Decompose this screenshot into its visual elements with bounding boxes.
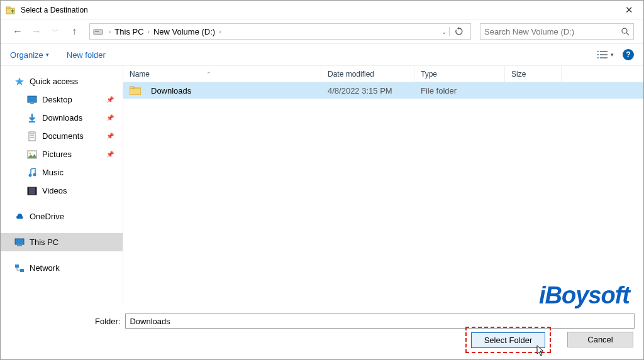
pin-icon: 📌 — [106, 151, 114, 158]
organize-button[interactable]: Organize▾ — [10, 50, 49, 60]
col-size[interactable]: Size — [505, 66, 562, 82]
breadcrumb[interactable]: › This PC › New Volume (D:) › ⌄ — [89, 23, 471, 40]
svg-rect-31 — [130, 88, 141, 95]
cursor-icon — [536, 345, 545, 356]
watermark: iBoysoft — [539, 282, 630, 309]
pin-icon: 📌 — [106, 114, 114, 121]
sidebar-item-videos[interactable]: Videos — [1, 182, 123, 200]
pictures-icon — [27, 150, 37, 160]
svg-rect-3 — [95, 31, 99, 32]
col-name[interactable]: Name⌃ — [123, 66, 321, 82]
recent-dropdown[interactable]: ﹀ — [48, 24, 63, 39]
svg-rect-27 — [15, 239, 24, 244]
cloud-icon — [14, 212, 25, 222]
svg-point-20 — [30, 152, 31, 154]
network-icon — [14, 263, 25, 273]
pc-icon — [14, 237, 25, 248]
svg-rect-15 — [29, 132, 35, 141]
download-icon — [27, 113, 37, 123]
sidebar: Quick access Desktop 📌 Downloads 📌 Docum… — [1, 66, 123, 305]
close-button[interactable]: ✕ — [615, 1, 643, 19]
svg-rect-28 — [17, 245, 22, 246]
svg-rect-14 — [29, 121, 35, 123]
chevron-right-icon: › — [109, 28, 111, 35]
svg-rect-30 — [20, 269, 24, 272]
cancel-button[interactable]: Cancel — [567, 332, 633, 347]
sidebar-item-downloads[interactable]: Downloads 📌 — [1, 109, 123, 127]
file-date: 4/8/2022 3:15 PM — [321, 86, 414, 95]
up-button[interactable]: ↑ — [67, 24, 82, 39]
refresh-button[interactable] — [449, 27, 468, 36]
main-area: Quick access Desktop 📌 Downloads 📌 Docum… — [1, 66, 643, 305]
svg-rect-32 — [130, 87, 134, 89]
col-date[interactable]: Date modified — [321, 66, 414, 82]
sidebar-item-music[interactable]: Music — [1, 163, 123, 182]
folder-up-icon — [6, 5, 16, 15]
sidebar-item-desktop[interactable]: Desktop 📌 — [1, 90, 123, 109]
star-icon — [14, 77, 25, 87]
document-icon — [27, 131, 37, 141]
search-box[interactable] — [480, 23, 634, 40]
svg-point-4 — [622, 28, 627, 33]
view-button[interactable]: ▾ — [597, 50, 614, 59]
file-type: File folder — [414, 86, 505, 95]
svg-rect-24 — [28, 187, 36, 195]
sidebar-item-documents[interactable]: Documents 📌 — [1, 127, 123, 145]
svg-rect-13 — [30, 103, 34, 104]
pin-icon: 📌 — [106, 96, 114, 103]
toolbar: Organize▾ New folder ▾ ? — [1, 43, 643, 66]
sidebar-item-thispc[interactable]: This PC — [1, 233, 123, 251]
svg-rect-26 — [35, 187, 36, 195]
file-name: Downloads — [145, 86, 321, 95]
music-icon — [27, 168, 37, 178]
folder-input[interactable] — [125, 314, 635, 329]
col-type[interactable]: Type — [414, 66, 505, 82]
titlebar: Select a Destination ✕ — [1, 1, 643, 19]
column-headers: Name⌃ Date modified Type Size — [123, 66, 643, 82]
search-input[interactable] — [484, 27, 621, 36]
forward-button[interactable]: → — [29, 24, 44, 39]
svg-rect-6 — [597, 51, 599, 52]
sidebar-item-quickaccess[interactable]: Quick access — [1, 72, 123, 90]
drive-icon — [92, 26, 104, 37]
svg-rect-1 — [6, 7, 10, 9]
sidebar-item-network[interactable]: Network — [1, 259, 123, 277]
chevron-right-icon: › — [148, 28, 150, 35]
file-list: Name⌃ Date modified Type Size Downloads … — [123, 66, 643, 305]
folder-label: Folder: — [95, 317, 120, 326]
list-item[interactable]: Downloads 4/8/2022 3:15 PM File folder — [123, 82, 643, 99]
back-button[interactable]: ← — [10, 24, 25, 39]
help-button[interactable]: ? — [623, 49, 634, 60]
window-title: Select a Destination — [21, 6, 615, 14]
sort-up-icon: ⌃ — [206, 71, 211, 77]
desktop-icon — [27, 95, 37, 105]
svg-rect-8 — [597, 57, 599, 58]
breadcrumb-item[interactable]: New Volume (D:) — [153, 27, 215, 36]
chevron-right-icon: › — [219, 28, 221, 35]
details-view-icon — [597, 50, 608, 59]
svg-rect-11 — [600, 57, 608, 58]
sidebar-item-pictures[interactable]: Pictures 📌 — [1, 145, 123, 163]
svg-rect-29 — [15, 265, 19, 268]
svg-line-5 — [626, 33, 629, 35]
svg-rect-9 — [600, 51, 608, 52]
svg-rect-25 — [28, 187, 29, 195]
breadcrumb-item[interactable]: This PC — [114, 27, 143, 36]
svg-rect-10 — [600, 54, 608, 55]
new-folder-button[interactable]: New folder — [67, 50, 106, 60]
videos-icon — [27, 186, 37, 196]
nav-row: ← → ﹀ ↑ › This PC › New Volume (D:) › ⌄ — [1, 19, 643, 43]
svg-point-22 — [33, 173, 36, 176]
search-icon — [621, 27, 630, 36]
sidebar-item-onedrive[interactable]: OneDrive — [1, 207, 123, 226]
svg-rect-12 — [28, 96, 36, 102]
chevron-down-icon[interactable]: ⌄ — [441, 28, 447, 35]
svg-rect-7 — [597, 54, 599, 55]
pin-icon: 📌 — [106, 133, 114, 139]
folder-icon — [130, 86, 141, 95]
